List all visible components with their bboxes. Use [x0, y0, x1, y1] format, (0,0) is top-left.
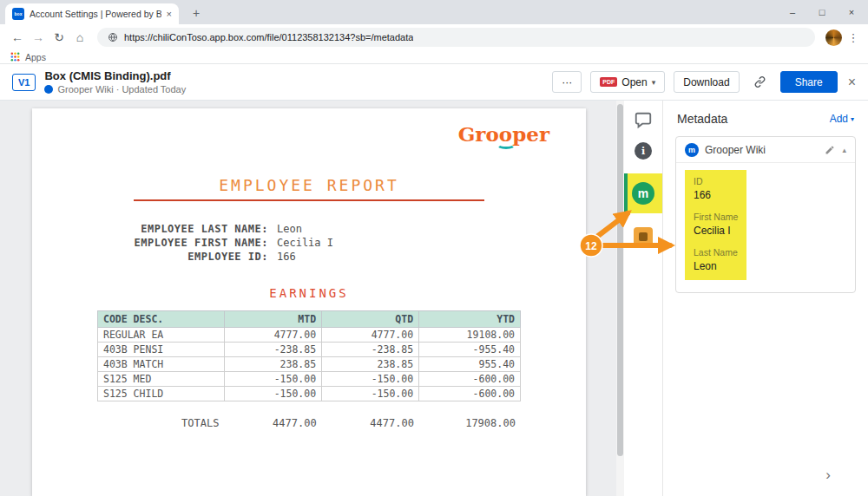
new-tab-button[interactable]: +	[187, 4, 205, 22]
report-title: EMPLOYEE REPORT	[32, 108, 586, 194]
grooper-logo-arc	[496, 140, 516, 149]
app-icon[interactable]	[634, 227, 653, 246]
earnings-table: CODE DESC. MTD QTD YTD REGULAR EA 4777.0…	[97, 310, 521, 401]
screen: { "browser": { "tab_title": "Account Set…	[0, 0, 868, 496]
metadata-card-header: m Grooper Wiki ▴	[676, 137, 855, 163]
tab-close-icon[interactable]: ×	[167, 9, 172, 19]
file-title: Box (CMIS Binding).pdf	[44, 69, 186, 82]
totals-value: 17908.00	[419, 417, 521, 429]
back-button[interactable]: ←	[7, 26, 28, 49]
table-row: S125 CHILD -150.00 -150.00 -600.00	[98, 387, 521, 401]
grooper-metadata-icon: m	[632, 182, 654, 205]
sidebar-icon-strip: i m	[624, 101, 662, 496]
grooper-wiki-icon: m	[685, 143, 699, 157]
metadata-field: Last Name Leon	[694, 247, 738, 272]
more-options-button[interactable]: ···	[552, 71, 582, 93]
metadata-card: m Grooper Wiki ▴ ID 166 First Name Cecil…	[675, 136, 856, 293]
totals-value: 4477.00	[322, 417, 419, 429]
metadata-card-body: ID 166 First Name Cecilia I Last Name Le…	[676, 163, 855, 292]
header-actions: ··· PDF Open ▾ Download Share ×	[552, 71, 856, 93]
column-header: YTD	[419, 311, 521, 328]
template-name: Grooper Wiki	[705, 144, 819, 156]
table-row: 403B PENSI -238.85 -238.85 -955.40	[98, 343, 521, 357]
collapse-sidebar-chevron[interactable]: ›	[819, 467, 837, 484]
chevron-down-icon: ▾	[652, 78, 656, 87]
metadata-field-value[interactable]: 166	[694, 189, 738, 201]
main-area: Grooper EMPLOYEE REPORT EMPLOYEE LAST NA…	[0, 101, 868, 496]
table-cell: -238.85	[225, 343, 322, 357]
browser-menu-icon[interactable]: ⋮	[845, 31, 861, 44]
metadata-panel-header: Metadata Add ▾	[663, 101, 868, 134]
forward-button[interactable]: →	[28, 26, 49, 49]
metadata-panel: Metadata Add ▾ m Grooper Wiki ▴ ID 166	[662, 101, 868, 496]
table-cell: S125 MED	[98, 372, 225, 387]
table-cell: -150.00	[322, 372, 419, 387]
address-bar[interactable]: https://chiliConToso.app.box.com/file/01…	[97, 28, 815, 47]
totals-row: TOTALS 4477.00 4477.00 17908.00	[97, 417, 521, 429]
field-row: EMPLOYEE FIRST NAME: Cecilia I	[32, 236, 586, 250]
maximize-button[interactable]: □	[807, 0, 837, 24]
document-page: Grooper EMPLOYEE REPORT EMPLOYEE LAST NA…	[32, 108, 586, 496]
file-header: V1 Box (CMIS Binding).pdf Grooper Wiki ·…	[0, 64, 868, 101]
table-row: 403B MATCH 238.85 238.85 955.40	[98, 357, 521, 372]
column-header: CODE DESC.	[98, 311, 225, 328]
share-button[interactable]: Share	[780, 71, 838, 93]
bookmarks-apps-link[interactable]: Apps	[25, 52, 46, 62]
close-preview-button[interactable]: ×	[848, 75, 856, 90]
home-button[interactable]: ⌂	[69, 26, 90, 49]
close-window-button[interactable]: ×	[837, 0, 866, 24]
grooper-app-dot-icon	[44, 85, 53, 94]
box-favicon-icon: box	[12, 8, 24, 20]
highlighted-fields: ID 166 First Name Cecilia I Last Name Le…	[685, 170, 746, 280]
edit-pencil-icon[interactable]	[825, 145, 835, 155]
add-metadata-button[interactable]: Add ▾	[830, 113, 854, 125]
table-cell: 238.85	[225, 357, 322, 372]
grooper-logo: Grooper	[458, 122, 549, 146]
shared-link-button[interactable]	[748, 71, 772, 93]
add-button-label: Add	[830, 113, 848, 125]
table-cell: -150.00	[322, 387, 419, 401]
comments-icon[interactable]	[634, 111, 653, 130]
app-icon-glyph	[639, 232, 648, 241]
metadata-field-value[interactable]: Leon	[694, 260, 738, 272]
metadata-field-value[interactable]: Cecilia I	[694, 225, 738, 237]
table-cell: -150.00	[225, 387, 322, 401]
table-cell: -238.85	[322, 343, 419, 357]
pdf-badge-icon: PDF	[600, 77, 617, 87]
browser-tab[interactable]: box Account Settings | Powered by B ×	[5, 3, 179, 24]
minimize-button[interactable]: –	[778, 0, 807, 24]
panel-title: Metadata	[677, 112, 727, 126]
employee-fields: EMPLOYEE LAST NAME: Leon EMPLOYEE FIRST …	[32, 222, 586, 264]
table-cell: -955.40	[419, 343, 521, 357]
chevron-up-icon[interactable]: ▴	[842, 146, 846, 154]
file-subtitle-row: Grooper Wiki · Updated Today	[44, 84, 186, 95]
table-row: S125 MED -150.00 -150.00 -600.00	[98, 372, 521, 387]
field-value: Leon	[277, 222, 302, 236]
metadata-tab-button[interactable]: m	[624, 173, 662, 213]
reload-button[interactable]: ↻	[49, 26, 69, 49]
metadata-field: First Name Cecilia I	[694, 212, 738, 237]
url-text: https://chiliConToso.app.box.com/file/01…	[124, 32, 413, 42]
metadata-field-label: First Name	[694, 212, 738, 222]
table-cell: S125 CHILD	[98, 387, 225, 401]
table-cell: 955.40	[419, 357, 521, 372]
table-cell: -600.00	[419, 372, 521, 387]
globe-icon	[108, 32, 118, 42]
info-icon[interactable]: i	[635, 142, 652, 160]
title-rule	[134, 199, 484, 201]
scrollbar-thumb[interactable]	[617, 104, 623, 456]
file-info: Box (CMIS Binding).pdf Grooper Wiki · Up…	[44, 69, 186, 95]
link-icon	[753, 75, 766, 88]
navigation-bar: ← → ↻ ⌂ https://chiliConToso.app.box.com…	[0, 24, 868, 50]
vertical-scrollbar[interactable]	[616, 101, 624, 496]
open-button-label: Open	[621, 76, 647, 88]
table-row: REGULAR EA 4777.00 4777.00 19108.00	[98, 328, 521, 343]
window-controls: – □ ×	[778, 0, 866, 24]
profile-avatar[interactable]	[825, 29, 842, 46]
open-button[interactable]: PDF Open ▾	[590, 71, 665, 93]
download-button[interactable]: Download	[674, 71, 739, 93]
table-cell: -600.00	[419, 387, 521, 401]
version-badge[interactable]: V1	[12, 74, 36, 91]
field-label: EMPLOYEE ID:	[32, 250, 268, 264]
tab-title: Account Settings | Powered by B	[30, 9, 161, 19]
